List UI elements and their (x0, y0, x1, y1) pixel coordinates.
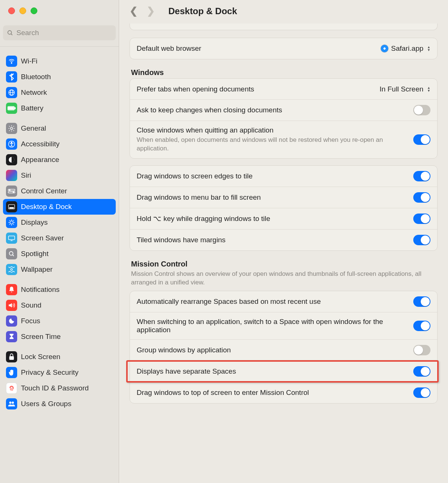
svg-rect-25 (9, 356, 14, 360)
sidebar-item-accessibility[interactable]: Accessibility (3, 136, 116, 152)
sidebar-item-label: General (21, 123, 46, 134)
sidebar-item-general[interactable]: General (3, 121, 116, 136)
row-label: Drag windows to top of screen to enter M… (137, 389, 407, 397)
search-field[interactable] (3, 25, 116, 40)
page-title: Desktop & Dock (168, 6, 237, 16)
row-auto-rearrange: Automatically rearrange Spaces based on … (130, 291, 437, 312)
svg-point-16 (13, 192, 14, 193)
switch-space-toggle[interactable] (413, 321, 430, 331)
forward-button[interactable]: ❯ (147, 5, 155, 17)
tile-option-toggle[interactable] (413, 214, 430, 224)
lock-icon (6, 351, 17, 362)
auto-rearrange-toggle[interactable] (413, 296, 430, 307)
svg-rect-7 (15, 107, 15, 109)
sidebar-item-wifi[interactable]: Wi-Fi (3, 53, 116, 69)
row-label: Drag windows to screen edges to tile (137, 172, 407, 180)
sidebar-item-siri[interactable]: Siri (3, 168, 116, 183)
back-button[interactable]: ❮ (130, 5, 138, 17)
row-label: Default web browser (137, 44, 374, 53)
panel-windows-2: Drag windows to screen edges to tile Dra… (130, 165, 438, 251)
sidebar-item-control-center[interactable]: Control Center (3, 183, 116, 199)
prefer-tabs-select[interactable]: In Full Screen ▲▼ (380, 85, 430, 93)
drag-top-mc-toggle[interactable] (413, 387, 430, 398)
tile-edges-toggle[interactable] (413, 171, 430, 181)
row-label: Group windows by application (137, 346, 407, 354)
svg-point-19 (10, 221, 13, 224)
sidebar-item-spotlight[interactable]: Spotlight (3, 246, 116, 262)
tile-menubar-toggle[interactable] (413, 192, 430, 203)
group-windows-toggle[interactable] (413, 345, 430, 355)
sidebar-item-desktop-dock[interactable]: Desktop & Dock (3, 199, 116, 215)
sidebar-item-screen-time[interactable]: Screen Time (3, 329, 116, 345)
sidebar-item-focus[interactable]: Focus (3, 313, 116, 329)
svg-rect-8 (9, 107, 14, 109)
sidebar-item-label: Notifications (21, 284, 60, 295)
separate-spaces-toggle[interactable] (413, 366, 430, 377)
sidebar-item-appearance[interactable]: Appearance (3, 152, 116, 168)
hand-icon (6, 367, 17, 378)
bell-icon (6, 284, 17, 295)
siri-icon (6, 170, 17, 181)
close-quit-toggle[interactable] (413, 134, 430, 145)
sidebar-item-label: Screen Saver (21, 233, 64, 244)
sidebar-item-bluetooth[interactable]: Bluetooth (3, 69, 116, 85)
row-label: Prefer tabs when opening documents (137, 85, 374, 93)
sidebar-item-sound[interactable]: Sound (3, 297, 116, 313)
appearance-icon (6, 154, 17, 165)
sidebar-item-label: Wallpaper (21, 264, 53, 275)
sidebar-item-label: Sound (21, 300, 41, 311)
spotlight-icon (6, 248, 17, 259)
row-default-browser: Default web browser Safari.app ▲▼ (130, 38, 437, 59)
displays-icon (6, 217, 17, 228)
sidebar-item-label: Spotlight (21, 248, 49, 259)
tile-margins-toggle[interactable] (413, 235, 430, 245)
ask-keep-toggle[interactable] (413, 105, 430, 115)
sidebar-item-wallpaper[interactable]: Wallpaper (3, 262, 116, 277)
chevron-updown-icon: ▲▼ (427, 86, 430, 92)
svg-point-22 (9, 252, 13, 255)
control-center-icon (6, 186, 17, 197)
sidebar-item-displays[interactable]: Displays (3, 215, 116, 230)
svg-rect-20 (9, 236, 15, 240)
svg-point-2 (11, 63, 12, 63)
svg-line-1 (11, 34, 12, 35)
section-title-mission-control: Mission Control (131, 260, 436, 268)
row-drag-top-mc: Drag windows to top of screen to enter M… (130, 382, 437, 403)
sidebar-nav: Wi-Fi Bluetooth Network Battery General … (0, 47, 119, 419)
sidebar-item-lock-screen[interactable]: Lock Screen (3, 349, 116, 365)
main-pane: ❮ ❯ Desktop & Dock Default web browser S… (119, 0, 448, 483)
row-label: Tiled windows have margins (137, 236, 407, 244)
row-prefer-tabs: Prefer tabs when opening documents In Fu… (130, 79, 437, 100)
row-close-quit: Close windows when quitting an applicati… (130, 121, 437, 158)
sidebar-item-notifications[interactable]: Notifications (3, 282, 116, 297)
wallpaper-icon (6, 264, 17, 275)
globe-icon (6, 87, 17, 98)
sidebar-item-screen-saver[interactable]: Screen Saver (3, 230, 116, 246)
minimize-window-button[interactable] (19, 7, 26, 14)
search-input[interactable] (16, 29, 112, 37)
zoom-window-button[interactable] (31, 7, 37, 14)
sidebar-item-label: Network (21, 87, 47, 98)
sidebar-item-label: Focus (21, 315, 40, 327)
row-label: Close windows when quitting an applicati… (137, 126, 407, 134)
row-ask-keep: Ask to keep changes when closing documen… (130, 100, 437, 121)
section-desc-mission-control: Mission Control shows an overview of you… (131, 270, 436, 287)
battery-icon (6, 103, 17, 114)
row-tile-edges: Drag windows to screen edges to tile (130, 166, 437, 187)
sidebar-item-touch-id[interactable]: Touch ID & Password (3, 380, 116, 396)
sidebar-item-network[interactable]: Network (3, 85, 116, 100)
sidebar-item-users-groups[interactable]: Users & Groups (3, 396, 116, 412)
row-group-windows: Group windows by application (130, 340, 437, 361)
previous-panel-edge (130, 24, 438, 30)
panel-mission-control: Automatically rearrange Spaces based on … (130, 291, 438, 403)
row-label: Automatically rearrange Spaces based on … (137, 297, 407, 306)
accessibility-icon (6, 138, 17, 150)
users-icon (6, 398, 17, 409)
fingerprint-icon (6, 383, 17, 394)
row-label: When switching to an application, switch… (137, 318, 407, 334)
close-window-button[interactable] (8, 7, 15, 14)
row-label: Ask to keep changes when closing documen… (137, 106, 407, 114)
sidebar-item-battery[interactable]: Battery (3, 100, 116, 116)
default-browser-select[interactable]: Safari.app ▲▼ (380, 44, 430, 53)
sidebar-item-privacy-security[interactable]: Privacy & Security (3, 365, 116, 380)
